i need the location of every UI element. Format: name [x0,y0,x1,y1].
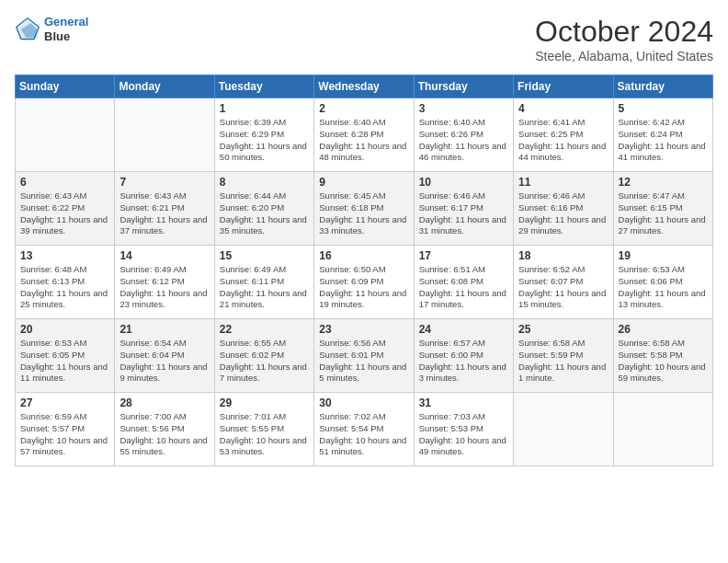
cell-content: Sunrise: 6:59 AM Sunset: 5:57 PM Dayligh… [20,411,109,458]
day-number: 7 [119,176,209,189]
cell-content: Sunrise: 6:40 AM Sunset: 6:28 PM Dayligh… [319,117,408,164]
calendar-cell: 14Sunrise: 6:49 AM Sunset: 6:12 PM Dayli… [115,246,214,319]
cell-content: Sunrise: 6:42 AM Sunset: 6:24 PM Dayligh… [619,117,708,164]
day-number: 1 [220,102,309,115]
day-number: 15 [220,249,309,262]
cell-content: Sunrise: 6:57 AM Sunset: 6:00 PM Dayligh… [419,338,508,385]
day-number: 2 [319,102,408,115]
logo-icon [15,17,40,42]
calendar-cell: 10Sunrise: 6:46 AM Sunset: 6:17 PM Dayli… [414,172,513,246]
day-number: 27 [20,396,109,409]
calendar-cell: 25Sunrise: 6:58 AM Sunset: 5:59 PM Dayli… [514,319,613,393]
day-number: 29 [220,396,309,409]
header-row: SundayMondayTuesdayWednesdayThursdayFrid… [16,75,713,98]
calendar-cell [514,393,613,466]
calendar-cell: 4Sunrise: 6:41 AM Sunset: 6:25 PM Daylig… [514,98,613,172]
day-number: 9 [319,176,408,189]
cell-content: Sunrise: 6:46 AM Sunset: 6:17 PM Dayligh… [419,190,508,237]
day-number: 23 [319,323,408,336]
day-number: 5 [619,102,708,115]
day-number: 26 [619,323,708,336]
cell-content: Sunrise: 6:46 AM Sunset: 6:16 PM Dayligh… [518,190,608,237]
cell-content: Sunrise: 6:45 AM Sunset: 6:18 PM Dayligh… [319,190,408,237]
calendar-cell: 19Sunrise: 6:53 AM Sunset: 6:06 PM Dayli… [613,246,712,319]
calendar-cell: 7Sunrise: 6:43 AM Sunset: 6:21 PM Daylig… [115,172,214,246]
calendar-cell: 13Sunrise: 6:48 AM Sunset: 6:13 PM Dayli… [16,246,115,319]
cell-content: Sunrise: 6:53 AM Sunset: 6:05 PM Dayligh… [20,338,109,385]
cell-content: Sunrise: 6:48 AM Sunset: 6:13 PM Dayligh… [20,264,109,311]
cell-content: Sunrise: 6:44 AM Sunset: 6:20 PM Dayligh… [220,190,309,237]
week-row-1: 1Sunrise: 6:39 AM Sunset: 6:29 PM Daylig… [16,98,713,172]
week-row-4: 20Sunrise: 6:53 AM Sunset: 6:05 PM Dayli… [16,319,713,393]
cell-content: Sunrise: 6:41 AM Sunset: 6:25 PM Dayligh… [518,117,608,164]
cell-content: Sunrise: 6:43 AM Sunset: 6:21 PM Dayligh… [119,190,209,237]
calendar-cell: 27Sunrise: 6:59 AM Sunset: 5:57 PM Dayli… [16,393,115,466]
day-number: 30 [319,396,408,409]
day-number: 14 [119,249,209,262]
cell-content: Sunrise: 7:02 AM Sunset: 5:54 PM Dayligh… [319,411,408,458]
month-title: October 2024 [535,15,713,49]
cell-content: Sunrise: 6:58 AM Sunset: 5:58 PM Dayligh… [619,338,708,385]
header-day-friday: Friday [514,75,613,98]
cell-content: Sunrise: 7:00 AM Sunset: 5:56 PM Dayligh… [119,411,209,458]
day-number: 11 [518,176,608,189]
calendar-cell: 9Sunrise: 6:45 AM Sunset: 6:18 PM Daylig… [314,172,414,246]
cell-content: Sunrise: 6:39 AM Sunset: 6:29 PM Dayligh… [220,117,309,164]
cell-content: Sunrise: 6:53 AM Sunset: 6:06 PM Dayligh… [619,264,708,311]
calendar-cell: 1Sunrise: 6:39 AM Sunset: 6:29 PM Daylig… [214,98,313,172]
cell-content: Sunrise: 6:43 AM Sunset: 6:22 PM Dayligh… [20,190,109,237]
cell-content: Sunrise: 6:40 AM Sunset: 6:26 PM Dayligh… [419,117,508,164]
calendar-cell: 5Sunrise: 6:42 AM Sunset: 6:24 PM Daylig… [613,98,712,172]
calendar-cell: 26Sunrise: 6:58 AM Sunset: 5:58 PM Dayli… [613,319,712,393]
day-number: 3 [419,102,508,115]
day-number: 19 [619,249,708,262]
day-number: 20 [20,323,109,336]
day-number: 31 [419,396,508,409]
calendar-cell: 22Sunrise: 6:55 AM Sunset: 6:02 PM Dayli… [214,319,313,393]
calendar-cell: 11Sunrise: 6:46 AM Sunset: 6:16 PM Dayli… [514,172,613,246]
day-number: 12 [619,176,708,189]
cell-content: Sunrise: 6:50 AM Sunset: 6:09 PM Dayligh… [319,264,408,311]
calendar-cell: 31Sunrise: 7:03 AM Sunset: 5:53 PM Dayli… [414,393,513,466]
calendar-table: SundayMondayTuesdayWednesdayThursdayFrid… [15,75,713,466]
day-number: 18 [518,249,608,262]
location: Steele, Alabama, United States [535,49,713,63]
day-number: 21 [119,323,209,336]
header-day-sunday: Sunday [16,75,115,98]
cell-content: Sunrise: 6:49 AM Sunset: 6:11 PM Dayligh… [220,264,309,311]
calendar-cell [115,98,214,172]
calendar-cell: 18Sunrise: 6:52 AM Sunset: 6:07 PM Dayli… [514,246,613,319]
week-row-3: 13Sunrise: 6:48 AM Sunset: 6:13 PM Dayli… [16,246,713,319]
day-number: 8 [220,176,309,189]
header-day-tuesday: Tuesday [214,75,313,98]
calendar-body: 1Sunrise: 6:39 AM Sunset: 6:29 PM Daylig… [16,98,713,466]
cell-content: Sunrise: 6:55 AM Sunset: 6:02 PM Dayligh… [220,338,309,385]
cell-content: Sunrise: 6:58 AM Sunset: 5:59 PM Dayligh… [518,338,608,385]
calendar-cell: 16Sunrise: 6:50 AM Sunset: 6:09 PM Dayli… [314,246,414,319]
calendar-cell: 3Sunrise: 6:40 AM Sunset: 6:26 PM Daylig… [414,98,513,172]
calendar-cell: 24Sunrise: 6:57 AM Sunset: 6:00 PM Dayli… [414,319,513,393]
title-block: October 2024 Steele, Alabama, United Sta… [535,15,713,63]
calendar-cell: 17Sunrise: 6:51 AM Sunset: 6:08 PM Dayli… [414,246,513,319]
calendar-cell: 12Sunrise: 6:47 AM Sunset: 6:15 PM Dayli… [613,172,712,246]
calendar-cell: 20Sunrise: 6:53 AM Sunset: 6:05 PM Dayli… [16,319,115,393]
calendar-cell: 8Sunrise: 6:44 AM Sunset: 6:20 PM Daylig… [214,172,313,246]
logo: General Blue [15,15,88,43]
header-day-monday: Monday [115,75,214,98]
day-number: 22 [220,323,309,336]
calendar-cell [16,98,115,172]
page-header: General Blue October 2024 Steele, Alabam… [15,15,713,63]
day-number: 16 [319,249,408,262]
calendar-cell: 28Sunrise: 7:00 AM Sunset: 5:56 PM Dayli… [115,393,214,466]
day-number: 17 [419,249,508,262]
cell-content: Sunrise: 6:52 AM Sunset: 6:07 PM Dayligh… [518,264,608,311]
calendar-cell: 6Sunrise: 6:43 AM Sunset: 6:22 PM Daylig… [16,172,115,246]
calendar-cell: 21Sunrise: 6:54 AM Sunset: 6:04 PM Dayli… [115,319,214,393]
header-day-saturday: Saturday [613,75,712,98]
day-number: 24 [419,323,508,336]
header-day-wednesday: Wednesday [314,75,414,98]
day-number: 6 [20,176,109,189]
cell-content: Sunrise: 6:56 AM Sunset: 6:01 PM Dayligh… [319,338,408,385]
calendar-cell: 29Sunrise: 7:01 AM Sunset: 5:55 PM Dayli… [214,393,313,466]
day-number: 28 [119,396,209,409]
